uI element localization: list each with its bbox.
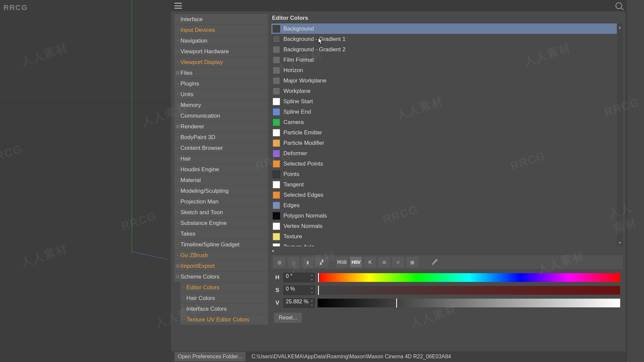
color-wheel-button[interactable]: ◌ [287, 257, 300, 267]
val-thumb[interactable] [396, 298, 397, 308]
tree-item-interface[interactable]: -Interface [174, 14, 268, 24]
color-swatch[interactable] [273, 98, 280, 105]
tree-item-scheme-colors[interactable]: ⊟Scheme Colors [174, 272, 268, 282]
mixer-button[interactable]: ⊞ [378, 257, 390, 267]
color-swatch[interactable] [273, 160, 280, 168]
color-item-spline-end[interactable]: Spline End [271, 107, 623, 117]
mode-hsv-button[interactable]: HSV [350, 257, 362, 267]
color-swatch[interactable] [273, 243, 280, 247]
tree-item-substance-engine[interactable]: -Substance Engine [174, 218, 268, 228]
tree-item-bodypaint-3d[interactable]: -BodyPaint 3D [174, 132, 268, 142]
color-swatch[interactable] [273, 67, 280, 74]
color-swatch[interactable] [273, 202, 280, 209]
tree-twist-icon[interactable]: ⊞ [176, 70, 180, 75]
tree-item-projection-man[interactable]: -Projection Man [174, 196, 268, 207]
color-item-particle-modifier[interactable]: Particle Modifier [271, 138, 623, 148]
color-item-spline-start[interactable]: Spline Start [271, 96, 623, 107]
scroll-up-icon[interactable]: ▴ [619, 25, 621, 29]
color-item-polygon-normals[interactable]: Polygon Normals [271, 210, 623, 221]
color-item-texture-axis[interactable]: Texture Axis [271, 242, 623, 246]
tree-item-modeling-sculpting[interactable]: -Modeling/Sculpting [174, 186, 268, 196]
swatch-preset-button[interactable]: ▥ [273, 257, 285, 267]
tree-twist-icon[interactable]: - [176, 60, 180, 65]
tree-twist-icon[interactable]: - [176, 253, 180, 258]
color-item-background-gradient-2[interactable]: Background - Gradient 2 [271, 44, 623, 55]
tree-item-import-export[interactable]: ⊞Import/Export [174, 261, 268, 271]
tree-twist-icon[interactable]: - [182, 306, 186, 311]
tree-twist-icon[interactable]: - [176, 135, 180, 140]
tree-item-units[interactable]: -Units [174, 89, 268, 100]
tree-twist-icon[interactable]: ⊞ [176, 263, 180, 268]
tree-twist-icon[interactable]: - [176, 231, 180, 236]
tree-item-files[interactable]: ⊞Files [174, 68, 268, 78]
color-item-horizon[interactable]: Horizon [271, 65, 623, 75]
sat-thumb[interactable] [318, 285, 319, 295]
tree-item-renderer[interactable]: ⊞Renderer [174, 121, 268, 132]
tree-twist-icon[interactable]: - [182, 296, 186, 301]
color-item-texture[interactable]: Texture [271, 231, 623, 242]
tree-item-interface-colors[interactable]: -Interface Colors [180, 304, 268, 314]
color-item-background[interactable]: Background [271, 23, 623, 34]
tree-twist-icon[interactable]: - [176, 199, 180, 204]
tree-item-texture-uv-editor-colors[interactable]: -Texture UV Editor Colors [180, 314, 268, 325]
color-swatch[interactable] [273, 129, 280, 136]
hue-slider[interactable] [318, 273, 620, 282]
color-swatch[interactable] [273, 181, 280, 188]
color-item-particle-emitter[interactable]: Particle Emitter [271, 127, 623, 138]
open-prefs-folder-button[interactable]: Open Preferences Folder... [174, 352, 246, 361]
grid-swatches-button[interactable]: ▦ [406, 257, 418, 267]
hue-thumb[interactable] [318, 273, 319, 283]
tree-twist-icon[interactable]: - [176, 178, 180, 183]
tree-item-navigation[interactable]: -Navigation [174, 36, 268, 46]
tree-item-plugins[interactable]: -Plugins [174, 78, 268, 89]
tree-item-hair[interactable]: -Hair [174, 154, 268, 164]
color-item-selected-edges[interactable]: Selected Edges [271, 190, 623, 200]
val-input[interactable]: 25.882 %▴▾ [283, 298, 315, 308]
color-swatch[interactable] [273, 56, 280, 64]
hue-input[interactable]: 0 °▴▾ [283, 273, 315, 282]
tree-item-editor-colors[interactable]: -Editor Colors [180, 282, 268, 293]
color-swatch[interactable] [273, 223, 280, 230]
tree-twist-icon[interactable]: - [176, 167, 180, 172]
color-item-vertex-normals[interactable]: Vertex Normals [271, 221, 623, 231]
color-item-points[interactable]: Points [271, 169, 623, 179]
color-item-film-format[interactable]: Film Format [271, 55, 623, 65]
color-item-tangent[interactable]: Tangent [271, 179, 623, 190]
tree-twist-icon[interactable]: - [176, 113, 180, 118]
color-swatch[interactable] [273, 87, 280, 95]
scroll-down-icon[interactable]: ▾ [619, 240, 621, 245]
tree-twist-icon[interactable]: - [176, 188, 180, 193]
tree-item-houdini-engine[interactable]: -Houdini Engine [174, 164, 268, 175]
tree-item-input-devices[interactable]: -Input Devices [174, 25, 268, 35]
color-swatch[interactable] [273, 36, 280, 43]
section-collapse-row[interactable]: ▾ [271, 248, 623, 254]
tree-twist-icon[interactable]: - [176, 145, 180, 150]
tree-twist-icon[interactable]: - [176, 92, 180, 97]
color-swatch[interactable] [273, 171, 280, 178]
tree-twist-icon[interactable]: - [176, 27, 180, 33]
color-swatch[interactable] [273, 212, 280, 220]
tree-item-hair-colors[interactable]: -Hair Colors [180, 293, 268, 303]
tree-twist-icon[interactable]: - [176, 17, 180, 22]
color-item-edges[interactable]: Edges [271, 200, 623, 210]
mode-rgb-button[interactable]: RGB [336, 257, 348, 267]
tree-twist-icon[interactable]: - [182, 285, 186, 290]
tree-item-content-browser[interactable]: -Content Browser [174, 143, 268, 153]
tree-item-communication[interactable]: -Communication [174, 111, 268, 121]
tree-item-viewport-hardware[interactable]: -Viewport Hardware [174, 46, 268, 57]
color-item-background-gradient-1[interactable]: Background - Gradient 1 [271, 34, 623, 44]
color-swatch[interactable] [273, 119, 280, 126]
val-spinner[interactable]: ▴▾ [310, 299, 314, 307]
tree-twist-icon[interactable]: - [176, 49, 180, 54]
tree-item-timeline-spline-gadget[interactable]: -Timeline/Spline Gadget [174, 239, 268, 250]
tree-twist-icon[interactable]: - [176, 221, 180, 226]
color-swatch[interactable] [273, 77, 280, 84]
color-item-deformer[interactable]: Deformer [271, 148, 623, 159]
color-swatch[interactable] [273, 139, 280, 147]
color-item-camera[interactable]: Camera [271, 117, 623, 127]
tree-item-material[interactable]: -Material [174, 175, 268, 185]
tree-item-viewport-display[interactable]: -Viewport Display [174, 57, 268, 67]
picture-mode-button[interactable]: ▞ [316, 257, 328, 267]
tree-twist-icon[interactable]: - [176, 103, 180, 108]
preferences-tree[interactable]: -Interface-Input Devices-Navigation-View… [171, 11, 269, 362]
